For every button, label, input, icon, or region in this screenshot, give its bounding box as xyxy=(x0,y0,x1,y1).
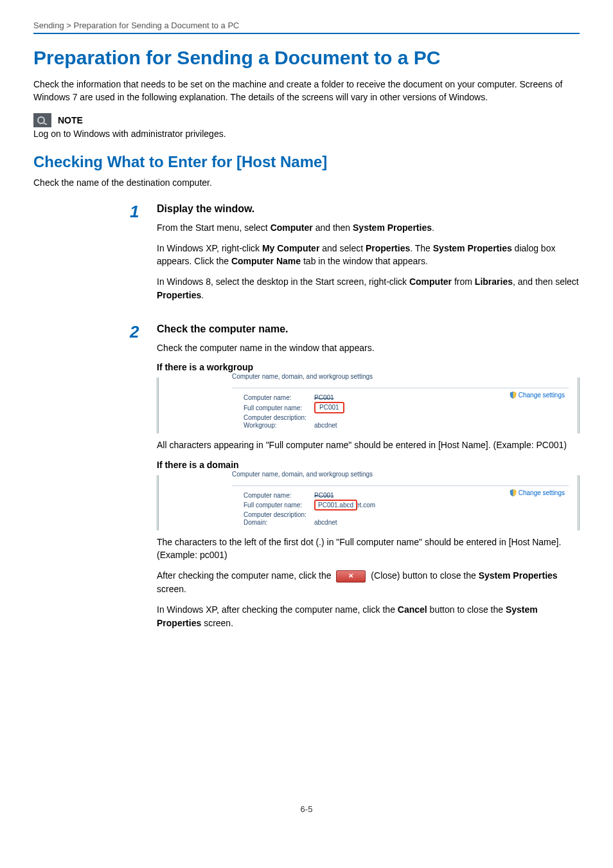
ui-ref: Computer Name xyxy=(231,256,301,266)
shield-icon xyxy=(510,489,517,496)
label: Computer description: xyxy=(244,511,314,518)
text: tab in the window that appears. xyxy=(301,256,428,266)
text: In Windows 8, select the desktop in the … xyxy=(157,276,409,287)
fieldset-legend: Computer name, domain, and workgroup set… xyxy=(229,373,375,380)
text: screen. xyxy=(201,618,233,628)
ui-ref: System Properties xyxy=(353,222,432,233)
label: Full computer name: xyxy=(244,404,314,411)
label: Computer name: xyxy=(244,492,314,499)
text: and then xyxy=(313,222,353,233)
row-computer-description: Computer description: xyxy=(244,414,569,421)
screenshot-domain: Computer name, domain, and workgroup set… xyxy=(157,475,580,530)
step1-p2: In Windows XP, right-click My Computer a… xyxy=(157,242,580,268)
value: abcdnet xyxy=(314,519,337,526)
text: (Close) button to close the xyxy=(368,570,478,581)
workgroup-explanation: All characters appearing in "Full comput… xyxy=(157,439,580,451)
note-text: Log on to Windows with administrator pri… xyxy=(33,129,580,139)
svg-point-0 xyxy=(38,117,44,123)
step-1: 1 Display the window. From the Start men… xyxy=(33,203,580,309)
text: In Windows XP, right-click xyxy=(157,243,262,253)
step-2: 2 Check the computer name. Check the com… xyxy=(33,323,580,637)
label: Computer name: xyxy=(244,394,314,401)
label: Workgroup: xyxy=(244,422,314,429)
page-number: 6-5 xyxy=(33,804,580,814)
screenshot-workgroup: Computer name, domain, and workgroup set… xyxy=(157,377,580,433)
text: button to close the xyxy=(427,604,506,615)
value: PC001 xyxy=(314,394,334,401)
text: . The xyxy=(410,243,433,253)
step-number-2: 2 xyxy=(130,323,149,340)
note-icon xyxy=(33,113,51,127)
subhead-workgroup: If there is a workgroup xyxy=(157,362,580,372)
ui-ref: Computer xyxy=(409,276,452,287)
page-title: Preparation for Sending a Document to a … xyxy=(33,47,580,69)
ui-ref: My Computer xyxy=(262,243,319,253)
value: PC001 xyxy=(314,492,334,499)
note-label: NOTE xyxy=(58,115,83,125)
breadcrumb: Sending > Preparation for Sending a Docu… xyxy=(33,21,580,33)
ui-ref: System Properties xyxy=(479,570,558,581)
row-workgroup: Workgroup: abcdnet xyxy=(244,422,569,429)
ui-ref: Libraries xyxy=(475,276,513,287)
value-tail: et.com xyxy=(356,502,375,509)
close-icon xyxy=(336,570,366,583)
change-settings-link[interactable]: Change settings xyxy=(510,489,565,496)
value: abcdnet xyxy=(314,422,337,429)
change-settings-link[interactable]: Change settings xyxy=(510,392,565,399)
row-full-computer-name: Full computer name: PC001.abcdet.com xyxy=(244,500,569,511)
text: After checking the computer name, click … xyxy=(157,570,333,581)
step1-p3: In Windows 8, select the desktop in the … xyxy=(157,275,580,302)
xp-close-instruction: In Windows XP, after checking the comput… xyxy=(157,603,580,629)
step2-heading: Check the computer name. xyxy=(157,323,580,335)
breadcrumb-rule xyxy=(33,33,580,34)
step2-lead: Check the computer name in the window th… xyxy=(157,341,580,354)
text: , and then select xyxy=(513,276,579,287)
step1-heading: Display the window. xyxy=(157,203,580,215)
highlight-box: PC001 xyxy=(314,402,344,413)
text: . xyxy=(432,222,434,233)
change-settings-text: Change settings xyxy=(519,392,565,399)
row-full-computer-name: Full computer name: PC001 xyxy=(244,402,569,413)
label: Full computer name: xyxy=(244,502,314,509)
label: Computer description: xyxy=(244,414,314,421)
ui-ref: Cancel xyxy=(398,604,427,615)
row-domain: Domain: abcdnet xyxy=(244,519,569,526)
step1-p1: From the Start menu, select Computer and… xyxy=(157,221,580,234)
fieldset-legend: Computer name, domain, and workgroup set… xyxy=(229,471,375,478)
change-settings-text: Change settings xyxy=(519,489,565,496)
svg-line-1 xyxy=(44,123,47,125)
text: from xyxy=(452,276,475,287)
intro-text: Check the information that needs to be s… xyxy=(33,78,580,104)
section-lead: Check the name of the destination comput… xyxy=(33,177,580,188)
ui-ref: System Properties xyxy=(433,243,512,253)
section-title: Checking What to Enter for [Host Name] xyxy=(33,153,580,171)
ui-ref: Properties xyxy=(157,290,201,300)
label: Domain: xyxy=(244,519,314,526)
subhead-domain: If there is a domain xyxy=(157,460,580,470)
ui-ref: Properties xyxy=(366,243,410,253)
text: . xyxy=(201,290,204,300)
highlight-box: PC001.abcd xyxy=(314,500,357,511)
step-number-1: 1 xyxy=(130,203,149,220)
text: In Windows XP, after checking the comput… xyxy=(157,604,398,615)
ui-ref: Computer xyxy=(271,222,313,233)
shield-icon xyxy=(510,392,517,399)
close-instruction: After checking the computer name, click … xyxy=(157,569,580,595)
text: screen. xyxy=(157,584,186,594)
row-computer-description: Computer description: xyxy=(244,511,569,518)
text: and select xyxy=(319,243,366,253)
domain-explanation: The characters to the left of the first … xyxy=(157,536,580,562)
text: From the Start menu, select xyxy=(157,222,271,233)
